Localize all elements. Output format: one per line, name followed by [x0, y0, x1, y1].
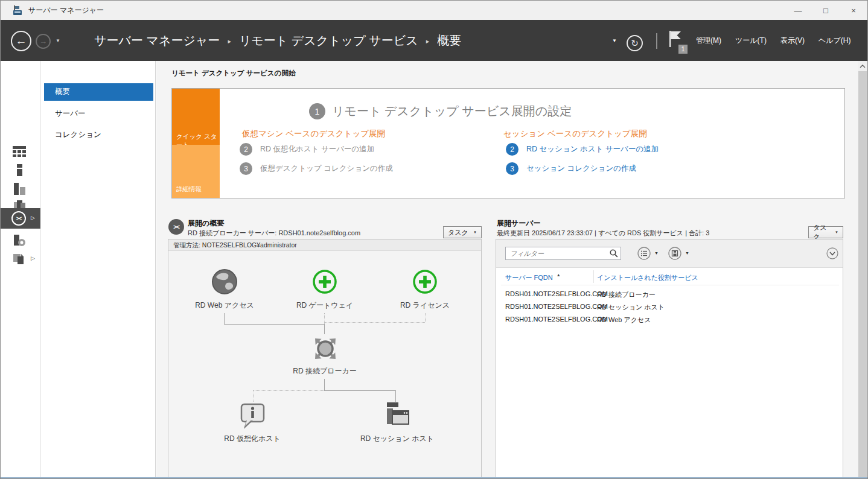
sidebar-item-remote-desktop-services[interactable]: >< ▷	[1, 208, 40, 229]
search-icon	[610, 249, 618, 258]
forward-button: →	[36, 34, 51, 49]
step-3-badge: 3	[240, 162, 252, 175]
vertical-scrollbar[interactable]	[858, 61, 867, 478]
local-server-icon[interactable]	[12, 164, 27, 176]
navbar-divider	[656, 33, 657, 49]
save-query-icon[interactable]	[668, 247, 681, 260]
sort-ascending-icon: ▲	[557, 273, 561, 277]
filter-input[interactable]	[505, 247, 621, 260]
tab-more-info-label: 詳細情報	[176, 185, 202, 194]
servers-tasks-button[interactable]: タスク ▼	[808, 226, 843, 238]
vm-step-3: 3 仮想デスクトップ コレクションの作成	[240, 162, 393, 175]
maximize-button[interactable]: □	[812, 1, 840, 20]
all-servers-icon[interactable]	[12, 183, 27, 195]
breadcrumb-separator-icon: ▸	[228, 36, 231, 45]
connector-line	[395, 390, 396, 402]
deployment-overview-subtitle: RD 接続ブローカー サーバー: RDSH01.note2selfblog.co…	[188, 229, 360, 238]
title-bar: サーバー マネージャー — □ ×	[1, 1, 867, 20]
rd-licensing-add-icon[interactable]	[412, 269, 438, 294]
server-manager-app-icon	[13, 5, 24, 16]
rd-session-host-icon[interactable]	[383, 401, 411, 430]
column-header-role-services[interactable]: インストールされた役割サービス	[597, 273, 698, 282]
minimize-button[interactable]: —	[784, 1, 812, 20]
connector-line	[253, 390, 254, 402]
nav-item-servers[interactable]: サーバー	[44, 105, 153, 122]
vm-deployment-title[interactable]: 仮想マシン ベースのデスクトップ展開	[242, 128, 385, 139]
rds-icon: ><	[11, 211, 26, 226]
breadcrumb-dropdown-icon[interactable]: ▼	[612, 38, 617, 43]
breadcrumb-overview[interactable]: 概要	[437, 33, 461, 49]
rd-session-host-label[interactable]: RD セッション ホスト	[355, 434, 439, 444]
connector-line	[253, 390, 324, 391]
refresh-icon[interactable]: ↻	[627, 35, 643, 51]
rd-gateway-label[interactable]: RD ゲートウェイ	[282, 300, 367, 311]
connector-line	[224, 313, 225, 324]
collapse-chevron-icon[interactable]	[826, 247, 838, 259]
deployment-servers-title: 展開サーバー	[497, 218, 541, 229]
rd-virtualization-host-label[interactable]: RD 仮想化ホスト	[210, 434, 295, 444]
dropdown-icon: ▼	[835, 230, 838, 234]
connector-line	[324, 324, 325, 334]
session-deployment-title[interactable]: セッション ベースのデスクトップ展開	[503, 128, 647, 139]
deployment-diagram: RD Web アクセス RD ゲートウェイ RD ライセンス	[168, 251, 481, 477]
quickstart-heading: 1 リモート デスクトップ サービス展開の設定	[309, 103, 572, 119]
menu-manage[interactable]: 管理(M)	[696, 36, 721, 46]
rds-deployment-icon: ><	[168, 219, 184, 235]
expand-arrow-icon[interactable]: ▷	[31, 215, 35, 221]
connector-line	[224, 324, 324, 325]
tab-more-info[interactable]: 詳細情報	[172, 145, 220, 198]
session-step-3[interactable]: 3 セッション コレクションの作成	[506, 162, 636, 175]
rd-licensing-label[interactable]: RD ライセンス	[383, 300, 467, 311]
vm-step-2: 2 RD 仮想化ホスト サーバーの追加	[240, 143, 374, 156]
tab-quick-start[interactable]: クイック スタート	[172, 89, 220, 145]
window-controls: — □ ×	[784, 1, 867, 20]
file-storage-services-icon[interactable]	[12, 253, 27, 265]
breadcrumb-remote-desktop-services[interactable]: リモート デスクトップ サービス	[239, 33, 418, 49]
expand-arrow-icon[interactable]: ▷	[31, 255, 35, 261]
navigation-bar: ← → ▼ サーバー マネージャー ▸ リモート デスクトップ サービス ▸ 概…	[1, 20, 867, 61]
rd-virtualization-host-icon[interactable]	[238, 402, 266, 431]
rd-connection-broker-label[interactable]: RD 接続ブローカー	[282, 366, 367, 376]
back-button[interactable]: ←	[11, 31, 31, 51]
close-button[interactable]: ×	[840, 1, 867, 20]
rd-gateway-add-icon[interactable]	[312, 269, 337, 294]
step-2-badge: 2	[506, 143, 519, 156]
session-step-2[interactable]: 2 RD セッション ホスト サーバーの追加	[506, 143, 659, 156]
section-title: リモート デスクトップ サービスの開始	[171, 69, 295, 78]
server-manager-window: サーバー マネージャー — □ × ← → ▼ サーバー マネージャー ▸ リモ…	[0, 0, 868, 479]
overview-tasks-button[interactable]: タスク ▼	[443, 226, 482, 238]
rd-connection-broker-icon[interactable]	[311, 334, 340, 363]
step-2-badge: 2	[240, 143, 252, 156]
filter-list-icon[interactable]	[637, 247, 651, 260]
quickstart-panel: クイック スタート 詳細情報 1 リモート デスクトップ サービス展開の設定 仮…	[171, 88, 845, 198]
deployment-servers-panel: ▼ ▼ サーバー FQDN▲ インストールされた役割サービス	[496, 239, 843, 478]
connector-line	[324, 379, 325, 390]
breadcrumb-separator-icon: ▸	[426, 36, 430, 45]
managed-by-bar: 管理方法: NOTE2SELFBLOG¥administrator	[168, 240, 481, 251]
menu-view[interactable]: 表示(V)	[780, 36, 805, 46]
rd-web-access-label[interactable]: RD Web アクセス	[182, 300, 267, 311]
column-divider	[593, 270, 594, 283]
menu-tools[interactable]: ツール(T)	[735, 36, 767, 46]
breadcrumb-server-manager[interactable]: サーバー マネージャー	[94, 33, 220, 49]
nav-item-collections[interactable]: コレクション	[44, 126, 153, 144]
connector-line	[425, 313, 426, 322]
history-dropdown-icon[interactable]: ▼	[56, 38, 60, 43]
nav-item-overview[interactable]: 概要	[44, 83, 153, 101]
window-title: サーバー マネージャー	[28, 1, 104, 20]
header-underline	[501, 285, 839, 285]
scroll-up-icon[interactable]	[858, 61, 867, 71]
rd-web-access-icon[interactable]	[211, 268, 238, 295]
column-header-fqdn[interactable]: サーバー FQDN▲	[505, 273, 561, 282]
sidebar-icon-strip: ▷ >< ▷	[1, 61, 40, 479]
notification-count-badge[interactable]: 1	[678, 45, 688, 54]
deployment-overview-title: 展開の概要	[188, 218, 224, 229]
menu-help[interactable]: ヘルプ(H)	[819, 36, 851, 46]
dashboard-icon[interactable]	[12, 145, 27, 157]
filter-bar: ▼ ▼	[496, 240, 843, 268]
dropdown-icon[interactable]: ▼	[685, 251, 689, 255]
scrollbar-thumb[interactable]	[858, 71, 867, 478]
quickstart-heading-text: リモート デスクトップ サービス展開の設定	[332, 103, 572, 119]
server-sync-icon[interactable]	[12, 235, 27, 247]
dropdown-icon[interactable]: ▼	[654, 251, 659, 255]
